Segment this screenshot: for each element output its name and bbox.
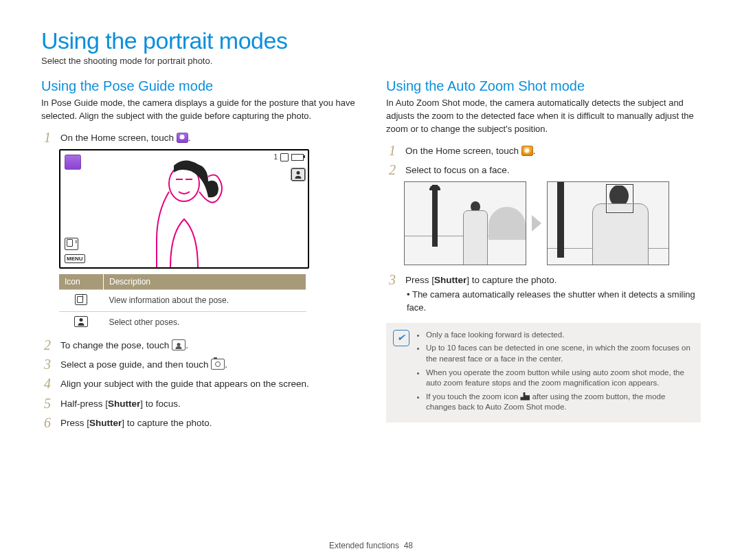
step-number: 3 xyxy=(386,272,405,287)
auto-zoom-illustration-row xyxy=(404,181,701,265)
heading-pose-guide: Using the Pose Guide mode xyxy=(41,78,356,94)
step-text: Press [ xyxy=(405,275,434,285)
step-text: To change the pose, touch xyxy=(60,340,172,350)
step-text-post: . xyxy=(188,133,191,143)
step-text-post: ] to capture the photo. xyxy=(122,418,212,428)
camera-capture-icon xyxy=(211,359,225,370)
step-number: 3 xyxy=(41,357,60,372)
step-2-left: 2 To change the pose, touch . xyxy=(41,337,356,352)
table-header-description: Description xyxy=(104,274,306,290)
step-1-left: 1 On the Home screen, touch . xyxy=(41,130,356,145)
note-box: ✔ Only a face looking forward is detecte… xyxy=(386,323,701,423)
note-body: Only a face looking forward is detected.… xyxy=(416,330,691,416)
page-subtitle: Select the shooting mode for portrait ph… xyxy=(41,56,701,66)
icon-description-table: Icon Description View information about … xyxy=(59,274,306,333)
note-item: When you operate the zoom button while u… xyxy=(426,368,691,389)
step-text-post: ] to capture the photo. xyxy=(466,275,556,285)
page-title: Using the portrait modes xyxy=(41,27,701,54)
pose-outline-illustration xyxy=(115,150,253,267)
step-number: 1 xyxy=(386,143,405,158)
intro-auto-zoom: In Auto Zoom Shot mode, the camera autom… xyxy=(386,97,701,136)
footer-label: Extended functions xyxy=(329,541,399,550)
shutter-label: Shutter xyxy=(108,399,140,409)
step-text: On the Home screen, touch xyxy=(60,133,177,143)
step-4-left: 4 Align your subject with the guide that… xyxy=(41,376,356,391)
step-text: Select a pose guide, and then touch xyxy=(60,359,211,370)
note-icon: ✔ xyxy=(393,330,409,346)
heading-auto-zoom: Using the Auto Zoom Shot mode xyxy=(386,78,701,94)
step-5-left: 5 Half-press [Shutter] to focus. xyxy=(41,396,356,411)
step-number: 1 xyxy=(41,130,60,145)
step-3-right: 3 Press [Shutter] to capture the photo. xyxy=(386,272,701,287)
table-row: View information about the pose. xyxy=(59,289,306,311)
table-cell-description: View information about the pose. xyxy=(104,289,306,311)
step-3-substep: The camera automatically releases the sh… xyxy=(386,289,701,315)
note-item: Only a face looking forward is detected. xyxy=(426,330,691,341)
step-text-post: . xyxy=(186,340,188,350)
shutter-label: Shutter xyxy=(89,418,122,428)
pose-info-icon xyxy=(75,294,87,305)
step-text: Select to focus on a face. xyxy=(405,162,510,177)
auto-zoom-shot-mode-icon xyxy=(521,146,533,156)
pose-guide-screenshot: 1 i MENU xyxy=(59,149,309,269)
pose-select-icon xyxy=(74,316,88,327)
step-text: Half-press [ xyxy=(60,399,108,409)
memory-icon xyxy=(280,153,289,161)
page-footer: Extended functions 48 xyxy=(0,541,742,550)
step-2-right: 2 Select to focus on a face. xyxy=(386,162,701,177)
table-row: Select other poses. xyxy=(59,311,306,333)
step-number: 2 xyxy=(41,337,60,352)
column-auto-zoom: Using the Auto Zoom Shot mode In Auto Zo… xyxy=(386,74,701,430)
auto-zoom-after-image xyxy=(547,181,669,265)
status-bar: 1 xyxy=(273,153,304,161)
step-text: On the Home screen, touch xyxy=(405,146,521,156)
column-pose-guide: Using the Pose Guide mode In Pose Guide … xyxy=(41,74,356,430)
step-6-left: 6 Press [Shutter] to capture the photo. xyxy=(41,415,356,430)
arrow-right-icon xyxy=(532,215,541,232)
shutter-label: Shutter xyxy=(434,275,466,285)
table-cell-description: Select other poses. xyxy=(104,311,306,333)
auto-zoom-before-image xyxy=(404,181,526,265)
note-item: Up to 10 faces can be detected in one sc… xyxy=(426,343,691,364)
mode-badge-icon xyxy=(65,155,81,170)
zoom-magnification-icon xyxy=(520,392,530,401)
step-text-post: ] to focus. xyxy=(140,399,181,409)
step-number: 5 xyxy=(41,396,60,411)
step-number: 6 xyxy=(41,415,60,430)
footer-page-number: 48 xyxy=(404,541,413,550)
step-text: Press [ xyxy=(60,418,89,428)
note-item: If you touch the zoom icon after using t… xyxy=(426,392,691,413)
intro-pose-guide: In Pose Guide mode, the camera displays … xyxy=(41,97,356,123)
step-number: 2 xyxy=(386,162,405,177)
step-text: Align your subject with the guide that a… xyxy=(60,376,309,391)
pose-select-side-icon xyxy=(291,168,305,181)
step-3-left: 3 Select a pose guide, and then touch . xyxy=(41,357,356,372)
menu-button-label: MENU xyxy=(65,254,85,263)
table-header-icon: Icon xyxy=(59,274,104,290)
pose-guide-mode-icon xyxy=(177,133,188,143)
battery-icon xyxy=(291,154,304,161)
step-text-post: . xyxy=(533,146,536,156)
status-count: 1 xyxy=(273,153,278,161)
step-number: 4 xyxy=(41,376,60,391)
pose-info-side-icon: i xyxy=(65,238,78,250)
step-1-right: 1 On the Home screen, touch . xyxy=(386,143,701,158)
step-text-post: . xyxy=(225,359,227,370)
pose-select-icon xyxy=(172,339,186,350)
